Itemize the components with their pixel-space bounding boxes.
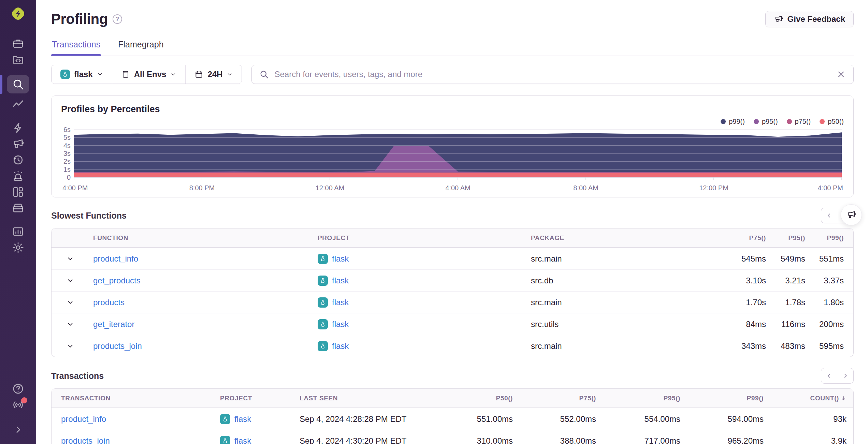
megaphone-icon (12, 137, 25, 150)
sidebar-item-dashboards[interactable] (7, 184, 29, 200)
sentry-logo[interactable] (9, 5, 27, 23)
column-header: TRANSACTION (52, 395, 220, 402)
svg-text:4s: 4s (63, 142, 71, 149)
legend-item[interactable]: p50() (820, 118, 844, 125)
sidebar-item-help[interactable] (7, 381, 29, 397)
search-input[interactable] (274, 70, 831, 79)
project-link[interactable]: flask (332, 320, 349, 329)
p99-cell: 595ms (805, 341, 853, 351)
sidebar-item-getting-started[interactable] (7, 120, 29, 136)
p95-cell: 483ms (766, 341, 805, 351)
sidebar-item-explore[interactable] (7, 75, 29, 93)
sidebar-item-releases[interactable] (7, 200, 29, 216)
p95-cell: 549ms (766, 254, 805, 264)
tab-flamegraph[interactable]: Flamegraph (117, 35, 164, 56)
p99-cell: 1.80s (805, 298, 853, 307)
previous-page-button[interactable] (821, 208, 837, 223)
p75-cell: 343ms (726, 341, 766, 351)
megaphone-icon (846, 210, 856, 220)
svg-text:12:00 PM: 12:00 PM (699, 184, 728, 192)
function-link[interactable]: products (89, 298, 318, 307)
table-row: productsflasksrc.main1.70s1.78s1.80s (52, 291, 853, 313)
legend-item[interactable]: p99() (721, 118, 745, 125)
svg-text:5s: 5s (63, 134, 71, 141)
expand-row-button[interactable] (52, 255, 89, 263)
previous-page-button[interactable] (821, 368, 837, 384)
legend-label: p50() (828, 118, 844, 125)
sidebar-item-issues[interactable] (7, 35, 29, 51)
function-link[interactable]: get_products (89, 276, 318, 285)
sidebar-item-collapse[interactable] (7, 421, 29, 438)
legend-item[interactable]: p75() (787, 118, 811, 125)
project-link[interactable]: flask (234, 436, 251, 444)
sidebar-item-projects[interactable] (7, 51, 29, 68)
table-header-row: TRANSACTIONPROJECTLAST SEENP50()P75()P95… (52, 389, 853, 408)
column-header: LAST SEEN (300, 395, 429, 402)
environment-filter-button[interactable]: All Envs (112, 65, 186, 84)
sidebar-item-alerts[interactable] (7, 168, 29, 184)
expand-row-button[interactable] (52, 321, 89, 328)
column-header: PROJECT (220, 395, 300, 402)
help-icon[interactable]: ? (113, 14, 122, 24)
give-feedback-button[interactable]: Give Feedback (765, 11, 854, 27)
svg-text:12:00 AM: 12:00 AM (316, 184, 345, 192)
function-link[interactable]: products_join (89, 341, 318, 351)
gear-icon (12, 241, 25, 254)
page-header: Profiling ? Give Feedback (51, 10, 854, 28)
count-column-label: COUNT() (810, 395, 839, 402)
project-link[interactable]: flask (234, 414, 251, 424)
sidebar-item-stats[interactable] (7, 223, 29, 239)
flask-project-icon (318, 341, 328, 351)
svg-text:4:00 AM: 4:00 AM (445, 184, 470, 192)
project-link[interactable]: flask (332, 254, 349, 264)
table-row: product_infoflasksrc.main545ms549ms551ms (52, 248, 853, 269)
date-range-filter-button[interactable]: 24H (185, 65, 242, 84)
function-link[interactable]: product_info (89, 254, 318, 264)
clear-search-button[interactable] (836, 70, 846, 79)
sidebar-item-whats-new[interactable] (7, 397, 29, 413)
legend-dot-icon (820, 119, 825, 124)
filter-bar: flask All Envs 24H (51, 65, 854, 84)
tab-transactions[interactable]: Transactions (51, 35, 101, 56)
sidebar-nav (7, 35, 29, 255)
close-icon (836, 70, 846, 79)
svg-text:6s: 6s (63, 126, 71, 133)
project-link[interactable]: flask (332, 276, 349, 285)
give-feedback-label: Give Feedback (787, 14, 845, 24)
expand-row-button[interactable] (52, 277, 89, 284)
project-link[interactable]: flask (332, 298, 349, 307)
chevron-left-icon (826, 372, 833, 379)
function-link[interactable]: get_iterator (89, 320, 318, 329)
next-page-button[interactable] (837, 368, 854, 384)
sidebar-item-settings[interactable] (7, 239, 29, 255)
column-header: P95() (766, 234, 805, 242)
p99-cell: 551ms (805, 254, 853, 264)
environment-filter-label: All Envs (134, 70, 167, 79)
column-header-sortable[interactable]: COUNT() (764, 395, 853, 402)
flask-project-icon (220, 414, 230, 424)
help-icon (12, 382, 25, 395)
slowest-functions-table: FUNCTIONPROJECTPACKAGEP75()P95()P99()pro… (51, 228, 854, 357)
sidebar-item-crons[interactable] (7, 152, 29, 168)
expand-row-button[interactable] (52, 299, 89, 306)
issues-icon (12, 37, 25, 50)
project-filter-button[interactable]: flask (52, 65, 112, 84)
sidebar-item-feedback[interactable] (7, 136, 29, 152)
legend-item[interactable]: p95() (754, 118, 778, 125)
flask-project-icon (319, 277, 326, 284)
column-header: P75() (513, 395, 596, 402)
sidebar-item-performance[interactable] (7, 96, 29, 112)
transaction-link[interactable]: product_info (52, 414, 220, 424)
column-header: P50() (429, 395, 513, 402)
chart-plot-area[interactable]: 6s5s4s3s2s1s04:00 PM8:00 PM12:00 AM4:00 … (61, 126, 844, 194)
sidebar-bottom (7, 381, 29, 438)
project-link[interactable]: flask (332, 341, 349, 351)
chevron-down-icon (67, 299, 74, 306)
transaction-link[interactable]: products_join (52, 436, 220, 444)
floating-feedback-button[interactable] (841, 204, 862, 225)
column-header: P95() (596, 395, 680, 402)
expand-row-button[interactable] (52, 342, 89, 350)
collapse-icon (12, 423, 25, 436)
p95-cell: 554.00ms (596, 414, 680, 424)
project-cell: flask (318, 297, 531, 308)
